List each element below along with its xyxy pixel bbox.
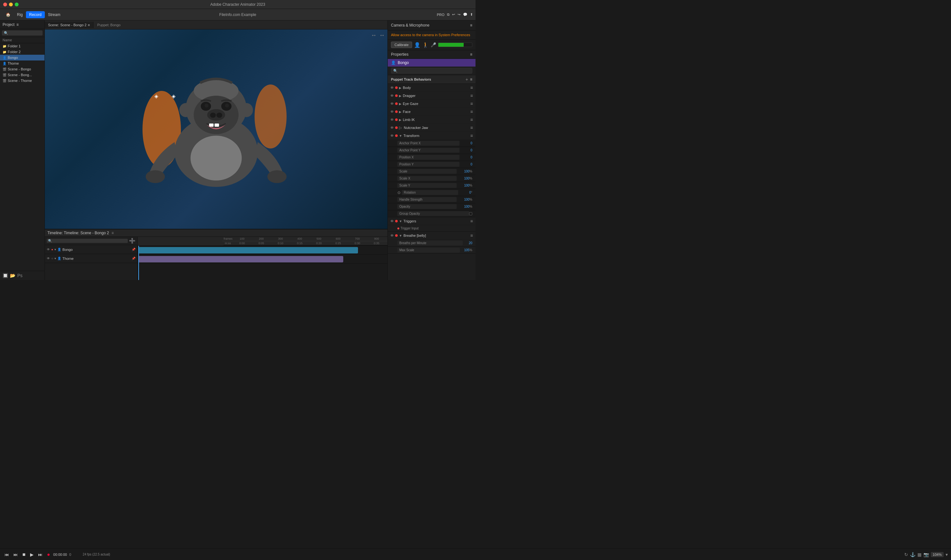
project-item-folder1[interactable]: 📁 Folder 1	[0, 43, 45, 49]
comment-button[interactable]: 💬	[463, 12, 467, 17]
position-x-value[interactable]: 0	[459, 155, 472, 159]
menu-stream[interactable]: Stream	[45, 11, 64, 18]
new-folder-icon[interactable]: 📂	[10, 273, 15, 278]
behavior-menu-dragger[interactable]: ≡	[470, 93, 473, 98]
behavior-expand-face[interactable]: ▶	[399, 110, 402, 114]
track-pin-icon[interactable]: 📌	[132, 248, 136, 251]
behavior-expand-body[interactable]: ▶	[399, 86, 402, 89]
scale-label[interactable]: Scale	[398, 169, 456, 174]
share-button[interactable]: ⬆	[470, 12, 473, 17]
redo-button[interactable]: ↪	[458, 12, 461, 17]
behavior-menu-limbik[interactable]: ≡	[470, 117, 473, 122]
project-item-scene-bongo[interactable]: 🎬 Scene - Bongo	[0, 66, 45, 72]
properties-menu-icon[interactable]: ≡	[470, 52, 472, 57]
behavior-menu-face[interactable]: ≡	[470, 109, 473, 114]
project-item-bongo[interactable]: 👤 Bongo	[0, 55, 45, 60]
puppet-track-behaviors-header[interactable]: Puppet Track Behaviors + ≡	[388, 75, 476, 84]
track-pin-icon[interactable]: 📌	[132, 257, 136, 260]
track-expand-icon[interactable]: ▾	[54, 257, 56, 260]
calibrate-button[interactable]: Calibrate	[391, 42, 412, 48]
anchor-point-y-value[interactable]: 0	[459, 148, 472, 152]
behavior-expand-transform[interactable]: ▼	[399, 134, 402, 138]
camera-panel-menu-icon[interactable]: ≡	[470, 23, 472, 28]
behavior-menu-breathe[interactable]: ≡	[470, 233, 473, 238]
scene-tab-active[interactable]: Scene: Scene - Bongo 2 ≡	[45, 22, 94, 28]
rotation-value[interactable]: 0	[458, 191, 471, 194]
behavior-eye-limbik[interactable]: 👁	[390, 118, 394, 122]
track-dot-icon[interactable]: ●	[51, 248, 53, 251]
fullscreen-button[interactable]	[15, 3, 18, 6]
photoshop-icon[interactable]: Ps	[17, 273, 22, 278]
scale-value[interactable]: 100	[456, 169, 469, 173]
behavior-eye-body[interactable]: 👁	[390, 86, 394, 89]
timeline-search-input[interactable]	[47, 239, 128, 243]
track-eye-icon[interactable]: 👁	[47, 257, 50, 260]
behavior-eye-dragger[interactable]: 👁	[390, 94, 394, 98]
handle-strength-value[interactable]: 100	[456, 198, 469, 201]
max-scale-label[interactable]: Max Scale	[398, 248, 460, 252]
microphone-icon[interactable]: 🎤	[431, 42, 436, 48]
behavior-eye-transform[interactable]: 👁	[390, 134, 394, 138]
behavior-menu-nutcracker[interactable]: ≡	[470, 125, 473, 130]
group-opacity-label[interactable]: Group Opacity	[398, 211, 469, 216]
behavior-menu-triggers[interactable]: ≡	[470, 218, 473, 224]
project-item-scene-bong2[interactable]: 🎬 Scene - Bong...	[0, 72, 45, 78]
track-dot-icon[interactable]: ○	[51, 257, 53, 260]
behavior-expand-nutcracker[interactable]: ▷	[399, 125, 402, 130]
close-button[interactable]	[3, 3, 7, 6]
behavior-expand-breathe[interactable]: ▼	[399, 234, 402, 237]
behavior-menu-transform[interactable]: ≡	[470, 133, 473, 138]
opacity-label[interactable]: Opacity	[398, 204, 456, 209]
anchor-point-x-value[interactable]: 0	[459, 142, 472, 145]
behavior-expand-triggers[interactable]: ▼	[399, 220, 402, 223]
behavior-expand-eyegaze[interactable]: ▶	[399, 102, 402, 106]
scene-tab-menu[interactable]: ≡	[88, 23, 89, 27]
menu-record[interactable]: Record	[26, 11, 45, 18]
position-x-label[interactable]: Position X	[398, 155, 459, 160]
position-y-value[interactable]: 0	[459, 163, 472, 166]
behaviors-menu-icon[interactable]: ≡	[470, 77, 472, 82]
project-item-thorne[interactable]: 👤 Thorne	[0, 60, 45, 66]
behavior-menu-body[interactable]: ≡	[470, 85, 473, 90]
window-icon[interactable]: ⧉	[447, 12, 450, 17]
bpm-label[interactable]: Breaths per Minute	[398, 241, 463, 245]
body-track-icon[interactable]: 🚶	[422, 42, 429, 48]
properties-search-input[interactable]	[391, 68, 472, 74]
behavior-eye-triggers[interactable]: 👁	[390, 219, 394, 223]
behavior-eye-breathe[interactable]: 👁	[390, 234, 394, 237]
menu-rig[interactable]: Rig	[14, 11, 26, 18]
max-scale-value[interactable]: 105	[460, 248, 469, 252]
undo-button[interactable]: ↩	[452, 12, 455, 17]
resize-horizontal-icon[interactable]: ↔	[371, 32, 376, 39]
group-opacity-checkbox[interactable]	[469, 212, 472, 215]
project-menu-icon[interactable]: ≡	[16, 22, 18, 27]
scale-x-label[interactable]: Scale X	[398, 176, 456, 181]
behavior-expand-dragger[interactable]: ▶	[399, 94, 402, 98]
resize-diagonal-icon[interactable]: ↔	[379, 32, 385, 39]
anchor-point-x-label[interactable]: Anchor Point X	[398, 141, 459, 146]
anchor-point-y-label[interactable]: Anchor Point Y	[398, 148, 459, 152]
add-track-icon[interactable]: ➕	[129, 238, 136, 244]
handle-strength-label[interactable]: Handle Strength	[398, 197, 456, 202]
behavior-eye-eyegaze[interactable]: 👁	[390, 102, 394, 106]
scale-y-label[interactable]: Scale Y	[398, 183, 456, 188]
position-y-label[interactable]: Position Y	[398, 162, 459, 167]
track-expand-icon[interactable]: ▾	[54, 248, 56, 251]
home-button[interactable]: 🏠	[3, 11, 14, 18]
behavior-eye-face[interactable]: 👁	[390, 110, 394, 114]
behavior-eye-nutcracker[interactable]: 👁	[390, 126, 394, 129]
track-eye-icon[interactable]: 👁	[47, 248, 50, 251]
scale-y-value[interactable]: 100	[456, 184, 469, 187]
rotation-label[interactable]: Rotation	[402, 190, 458, 195]
scale-x-value[interactable]: 100	[456, 177, 469, 180]
behavior-menu-eyegaze[interactable]: ≡	[470, 101, 473, 106]
add-behavior-button[interactable]: +	[465, 77, 468, 82]
person-icon[interactable]: 👤	[414, 42, 421, 48]
timeline-playhead[interactable]	[138, 246, 139, 280]
bpm-value[interactable]: 20	[463, 241, 472, 245]
opacity-value[interactable]: 100	[456, 205, 469, 208]
thorne-clip[interactable]	[138, 256, 343, 262]
behavior-expand-limbik[interactable]: ▶	[399, 118, 402, 122]
project-search-input[interactable]	[2, 31, 43, 35]
timeline-menu-icon[interactable]: ≡	[111, 231, 114, 235]
